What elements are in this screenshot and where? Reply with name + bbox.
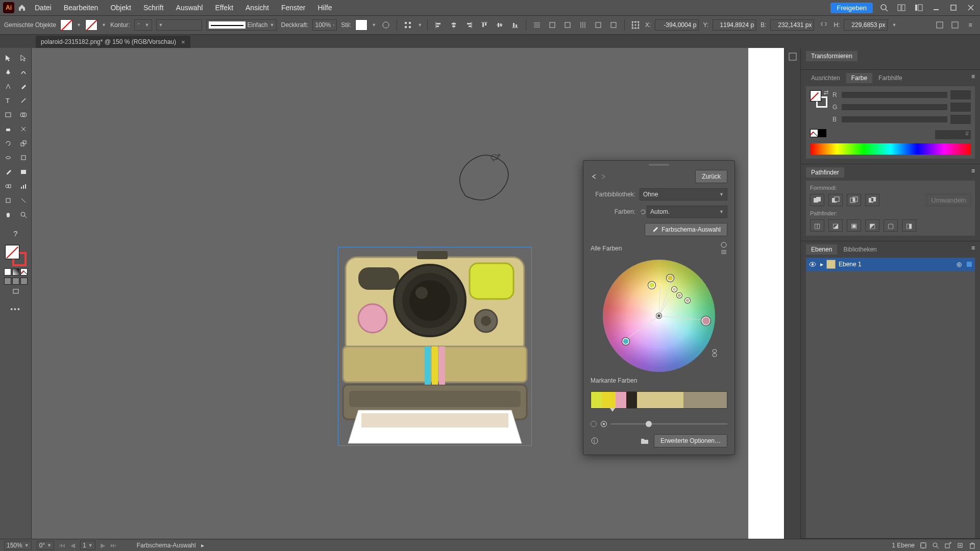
list-view-icon[interactable] bbox=[720, 248, 727, 256]
layer-name[interactable]: Ebene 1 bbox=[839, 261, 862, 268]
artboard-prev2-icon[interactable]: ◀ bbox=[70, 542, 75, 549]
artboard-tool[interactable] bbox=[1, 194, 15, 207]
prominent-swatch[interactable] bbox=[616, 392, 626, 408]
align-right-icon[interactable] bbox=[463, 19, 475, 31]
align-bottom-icon[interactable] bbox=[509, 19, 521, 31]
stroke-weight-field[interactable]: ⌃▼ bbox=[134, 19, 152, 31]
g-value[interactable] bbox=[950, 103, 971, 112]
bw-swatches[interactable] bbox=[810, 129, 826, 137]
color-mode-swatches[interactable] bbox=[4, 268, 28, 276]
unite-icon[interactable] bbox=[810, 194, 824, 206]
var-width-profile[interactable]: ▼ bbox=[156, 19, 202, 31]
r-slider[interactable] bbox=[842, 92, 947, 98]
align-left-icon[interactable] bbox=[433, 19, 444, 31]
w-field[interactable] bbox=[770, 19, 814, 31]
slider-mode-1[interactable] bbox=[591, 421, 597, 427]
panel-menu-icon[interactable]: ≡ bbox=[971, 167, 975, 178]
crop-icon[interactable]: ◩ bbox=[865, 219, 879, 232]
zoom-tool[interactable] bbox=[16, 208, 31, 221]
panel-menu-icon[interactable]: ≡ bbox=[971, 244, 975, 255]
zoom-field[interactable]: 150%▼ bbox=[4, 541, 32, 550]
pen-tool-2[interactable] bbox=[1, 80, 15, 93]
tab-pathfinder[interactable]: Pathfinder bbox=[806, 167, 844, 178]
close-icon[interactable] bbox=[965, 2, 977, 14]
distribute-vcenter-icon[interactable] bbox=[547, 19, 558, 31]
b-slider[interactable] bbox=[842, 116, 947, 122]
eyedropper-tool[interactable] bbox=[1, 165, 15, 179]
curvature-tool[interactable] bbox=[16, 65, 31, 79]
tab-transform[interactable]: Transformieren bbox=[806, 51, 857, 61]
type-tool[interactable]: T bbox=[1, 94, 15, 107]
edit-selection-icon[interactable] bbox=[949, 19, 961, 31]
menu-ansicht[interactable]: Ansicht bbox=[240, 4, 274, 12]
panel-fill-swatch[interactable] bbox=[810, 90, 821, 102]
align-vcenter-icon[interactable] bbox=[494, 19, 505, 31]
panel-grip[interactable] bbox=[649, 164, 669, 166]
pen-tool[interactable] bbox=[1, 65, 15, 79]
recolor-artwork-panel[interactable]: Zurück Farbbibliothek: Ohne▼ Farben: Aut… bbox=[583, 160, 735, 455]
hex-field[interactable]: # bbox=[935, 130, 971, 139]
exclude-icon[interactable] bbox=[865, 194, 879, 206]
advanced-options-button[interactable]: Erweiterte Optionen… bbox=[654, 434, 727, 447]
divide-icon[interactable]: ◫ bbox=[810, 219, 824, 232]
menu-auswahl[interactable]: Auswahl bbox=[171, 4, 208, 12]
b-value[interactable] bbox=[950, 115, 971, 124]
width-tool[interactable] bbox=[1, 151, 15, 164]
menu-effekt[interactable]: Effekt bbox=[210, 4, 238, 12]
workspace-switcher-icon[interactable] bbox=[913, 2, 925, 14]
arrange-docs-icon[interactable] bbox=[895, 2, 908, 14]
screen-mode-swatches[interactable] bbox=[4, 278, 28, 285]
tab-libraries[interactable]: Bibliotheken bbox=[838, 244, 881, 255]
prominent-swatches[interactable] bbox=[591, 391, 727, 409]
colors-select[interactable]: Autom.▼ bbox=[647, 206, 727, 218]
undo-icon[interactable] bbox=[591, 172, 599, 181]
selection-tool[interactable] bbox=[1, 51, 15, 64]
search-icon[interactable] bbox=[878, 2, 890, 14]
screen-mode-icon[interactable] bbox=[9, 285, 23, 298]
y-field[interactable] bbox=[713, 19, 756, 31]
menu-datei[interactable]: Datei bbox=[30, 4, 57, 12]
prominent-swatch[interactable] bbox=[602, 392, 616, 408]
isolate-icon[interactable] bbox=[934, 19, 945, 31]
controlbar-menu-icon[interactable]: ≡ bbox=[965, 19, 976, 31]
merge-icon[interactable]: ▣ bbox=[847, 219, 861, 232]
rotate-tool[interactable] bbox=[1, 137, 15, 150]
free-transform-tool[interactable] bbox=[16, 151, 31, 164]
saturation-slider[interactable] bbox=[611, 423, 727, 424]
prominent-swatch[interactable] bbox=[683, 392, 727, 408]
outline-icon[interactable]: ▢ bbox=[884, 219, 898, 232]
wheel-view-icon[interactable] bbox=[720, 241, 727, 248]
minus-front-icon[interactable] bbox=[828, 194, 843, 206]
paintbrush-tool[interactable] bbox=[16, 80, 31, 93]
menu-schrift[interactable]: Schrift bbox=[138, 4, 169, 12]
distribute-top-icon[interactable] bbox=[531, 19, 543, 31]
rotation-field[interactable]: 0°▼ bbox=[37, 541, 54, 550]
distribute-left-icon[interactable] bbox=[577, 19, 589, 31]
artboard-prev-icon[interactable]: ⏮ bbox=[59, 542, 65, 549]
home-icon[interactable] bbox=[16, 2, 28, 13]
maximize-icon[interactable] bbox=[947, 2, 960, 14]
fill-stroke-swatches[interactable] bbox=[5, 245, 27, 266]
canvas[interactable]: Zurück Farbbibliothek: Ohne▼ Farben: Aut… bbox=[32, 48, 784, 539]
document-tab[interactable]: polaroid-2315182.png* @ 150 % (RGB/Vorsc… bbox=[36, 36, 190, 48]
new-layer-icon[interactable] bbox=[957, 542, 964, 549]
minimize-icon[interactable] bbox=[930, 2, 942, 14]
align-panel-icon[interactable] bbox=[402, 19, 413, 31]
intersect-icon[interactable] bbox=[847, 194, 861, 206]
line-segment-tool[interactable] bbox=[16, 94, 31, 107]
eraser-tool[interactable] bbox=[1, 122, 15, 136]
h-field[interactable] bbox=[844, 19, 888, 31]
artboard-field[interactable]: 1▼ bbox=[80, 541, 95, 550]
rectangle-tool[interactable] bbox=[1, 108, 15, 121]
transform-ref-icon[interactable] bbox=[630, 19, 641, 31]
slice-tool[interactable] bbox=[16, 194, 31, 207]
tab-colorguide[interactable]: Farbhilfe bbox=[873, 73, 908, 83]
color-wheel[interactable] bbox=[603, 260, 715, 372]
scale-tool[interactable] bbox=[16, 137, 31, 150]
recolor-icon[interactable] bbox=[380, 19, 391, 31]
minus-back-icon[interactable]: ◨ bbox=[902, 219, 916, 232]
menu-fenster[interactable]: Fenster bbox=[276, 4, 310, 12]
stroke-swatch[interactable] bbox=[85, 19, 97, 31]
trim-icon[interactable]: ◪ bbox=[828, 219, 843, 232]
r-value[interactable] bbox=[950, 90, 971, 99]
